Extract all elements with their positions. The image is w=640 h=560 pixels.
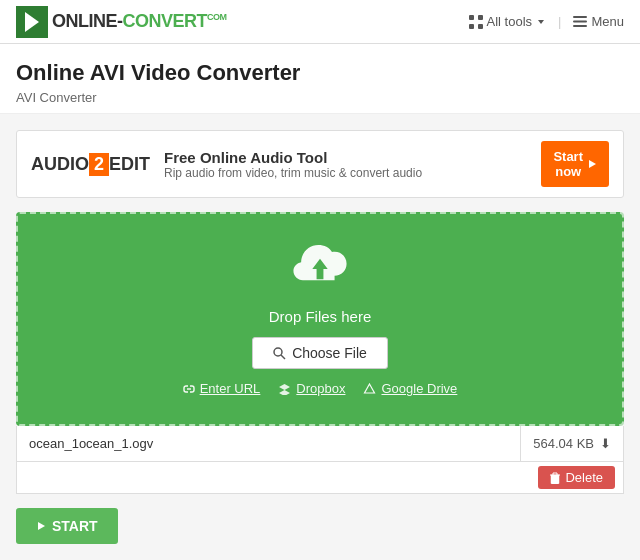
file-row: ocean_1ocean_1.ogv 564.04 KB ⬇ bbox=[16, 426, 624, 462]
google-drive-icon bbox=[363, 383, 376, 395]
chevron-down-icon bbox=[536, 17, 546, 27]
page-subtitle: AVI Converter bbox=[16, 90, 624, 105]
ad-logo: AUDIO 2 EDIT bbox=[31, 153, 150, 176]
choose-file-button[interactable]: Choose File bbox=[252, 337, 388, 369]
main-content: AUDIO 2 EDIT Free Online Audio Tool Rip … bbox=[0, 114, 640, 560]
drop-zone[interactable]: Drop Files here Choose File Enter URL Dr… bbox=[16, 212, 624, 426]
play-icon bbox=[36, 521, 46, 531]
svg-point-11 bbox=[274, 348, 282, 356]
page-title-area: Online AVI Video Converter AVI Converter bbox=[0, 44, 640, 114]
enter-url-option[interactable]: Enter URL bbox=[183, 381, 261, 396]
drop-text: Drop Files here bbox=[269, 308, 372, 325]
header: ONLINE-CONVERTCOM All tools | Menu bbox=[0, 0, 640, 44]
svg-marker-15 bbox=[365, 384, 375, 393]
search-icon bbox=[273, 347, 286, 360]
svg-rect-1 bbox=[469, 15, 474, 20]
ad-logo-number: 2 bbox=[89, 153, 109, 176]
ad-subtitle: Rip audio from video, trim music & conve… bbox=[164, 166, 527, 180]
google-drive-option[interactable]: Google Drive bbox=[363, 381, 457, 396]
trash-icon bbox=[550, 472, 560, 484]
url-options: Enter URL Dropbox Google Drive bbox=[183, 381, 458, 396]
logo-text: ONLINE-CONVERTCOM bbox=[52, 11, 227, 32]
file-name: ocean_1ocean_1.ogv bbox=[17, 426, 521, 461]
file-size-cell: 564.04 KB ⬇ bbox=[521, 426, 623, 461]
svg-line-12 bbox=[281, 355, 285, 359]
choose-file-label: Choose File bbox=[292, 345, 367, 361]
svg-rect-4 bbox=[478, 24, 483, 29]
svg-marker-14 bbox=[279, 384, 290, 395]
ad-title: Free Online Audio Tool bbox=[164, 149, 527, 166]
arrow-right-icon bbox=[587, 159, 597, 169]
svg-rect-3 bbox=[469, 24, 474, 29]
logo-icon bbox=[16, 6, 48, 38]
download-icon: ⬇ bbox=[600, 436, 611, 451]
delete-button[interactable]: Delete bbox=[538, 466, 615, 489]
dropbox-option[interactable]: Dropbox bbox=[278, 381, 345, 396]
svg-rect-6 bbox=[573, 16, 587, 18]
svg-rect-2 bbox=[478, 15, 483, 20]
ad-logo-edit: EDIT bbox=[109, 154, 150, 175]
header-right: All tools | Menu bbox=[469, 14, 624, 29]
ad-banner: AUDIO 2 EDIT Free Online Audio Tool Rip … bbox=[16, 130, 624, 198]
all-tools-label: All tools bbox=[487, 14, 533, 29]
upload-cloud-icon bbox=[290, 242, 350, 296]
menu-label: Menu bbox=[591, 14, 624, 29]
page-title: Online AVI Video Converter bbox=[16, 60, 624, 86]
dropbox-icon bbox=[278, 383, 291, 395]
svg-marker-5 bbox=[538, 20, 544, 24]
file-size: 564.04 KB bbox=[533, 436, 594, 451]
delete-label: Delete bbox=[565, 470, 603, 485]
svg-rect-7 bbox=[573, 21, 587, 23]
all-tools-button[interactable]: All tools bbox=[469, 14, 547, 29]
ad-cta-button[interactable]: Start now bbox=[541, 141, 609, 187]
link-icon bbox=[183, 383, 195, 395]
start-button[interactable]: START bbox=[16, 508, 118, 544]
menu-button[interactable]: Menu bbox=[573, 14, 624, 29]
ad-logo-audio: AUDIO bbox=[31, 154, 89, 175]
svg-rect-8 bbox=[573, 25, 587, 27]
ad-cta-text: Start now bbox=[553, 149, 583, 179]
logo: ONLINE-CONVERTCOM bbox=[16, 6, 227, 38]
start-label: START bbox=[52, 518, 98, 534]
svg-marker-0 bbox=[25, 12, 39, 32]
ad-text: Free Online Audio Tool Rip audio from vi… bbox=[164, 149, 527, 180]
svg-marker-19 bbox=[38, 522, 45, 530]
delete-row: Delete bbox=[16, 462, 624, 494]
hamburger-icon bbox=[573, 16, 587, 27]
svg-marker-9 bbox=[589, 160, 596, 168]
